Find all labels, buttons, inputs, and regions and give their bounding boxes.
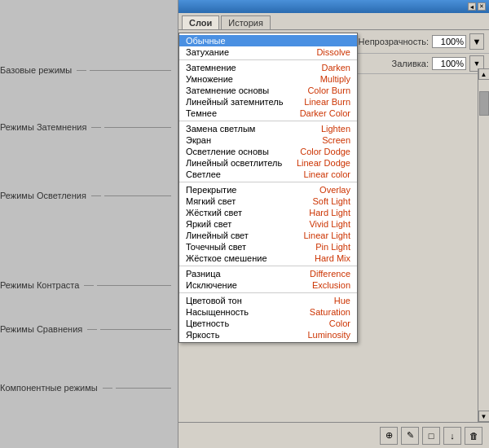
- dropdown-item-3-5[interactable]: Точечный светPin Light: [179, 241, 357, 253]
- dropdown-item-en-3-4: Linear Light: [304, 231, 351, 240]
- dropdown-item-ru-1-0: Затемнение: [186, 63, 236, 72]
- tab-layers[interactable]: Слои: [182, 15, 219, 29]
- dropdown-section-4: РазницаDifferenceИсключениеExclusion: [179, 266, 357, 293]
- category-basic-line: [90, 70, 171, 71]
- dropdown-item-5-1[interactable]: НасыщенностьSaturation: [179, 306, 357, 318]
- scroll-up-btn[interactable]: ▲: [478, 68, 490, 80]
- dropdown-item-en-2-2: Color Dodge: [300, 147, 350, 156]
- dropdown-item-2-4[interactable]: СветлееLinear color: [179, 169, 357, 180]
- tab-history[interactable]: История: [221, 15, 271, 29]
- title-bar: ◄ ✕: [178, 0, 489, 13]
- dropdown-item-ru-5-2: Цветность: [186, 318, 229, 328]
- dropdown-item-en-3-2: Hard Light: [309, 208, 350, 217]
- dropdown-item-ru-1-3: Линейный затемнитель: [186, 97, 283, 107]
- dropdown-item-2-1[interactable]: ЭкранScreen: [179, 134, 357, 146]
- category-component-line: [116, 388, 171, 389]
- category-lighten-dash: [91, 195, 101, 196]
- category-lighten-label: Режимы Осветления: [0, 191, 91, 200]
- dropdown-item-0-0[interactable]: Обычные: [179, 35, 357, 46]
- category-contrast-label: Режимы Контраста: [0, 280, 84, 290]
- dropdown-item-1-2[interactable]: Затемнение основыColor Burn: [179, 85, 357, 96]
- dropdown-item-2-2[interactable]: Осветление основыColor Dodge: [179, 146, 357, 157]
- dropdown-item-en-2-1: Screen: [322, 135, 350, 145]
- dropdown-item-ru-2-4: Светлее: [186, 169, 221, 179]
- dropdown-item-en-1-3: Linear Burn: [304, 97, 350, 107]
- dropdown-section-1: ЗатемнениеDarkenУмножениеMultiplyЗатемне…: [179, 60, 357, 121]
- dropdown-item-1-4[interactable]: ТемнееDarker Color: [179, 108, 357, 119]
- dropdown-item-en-3-5: Pin Light: [315, 242, 350, 252]
- dropdown-item-en-1-4: Darker Color: [300, 108, 350, 118]
- dropdown-item-en-2-3: Linear Dodge: [297, 158, 350, 168]
- dropdown-item-ru-5-0: Цветовой тон: [186, 296, 242, 305]
- title-minimize-btn[interactable]: ◄: [468, 2, 476, 11]
- category-contrast-dash: [84, 285, 94, 286]
- dropdown-item-1-1[interactable]: УмножениеMultiply: [179, 73, 357, 85]
- dropdown-item-ru-1-2: Затемнение основы: [186, 86, 269, 95]
- dropdown-item-3-4[interactable]: Линейный светLinear Light: [179, 230, 357, 241]
- dropdown-item-en-3-6: Hard Mix: [315, 253, 350, 263]
- opacity-arrow[interactable]: ▼: [469, 33, 484, 50]
- category-darken: Режимы Затемнения: [0, 122, 178, 132]
- layers-panel: ◄ ✕ Слои История Обычные ▼ Непрозрачност…: [178, 0, 489, 448]
- category-darken-line: [104, 127, 171, 128]
- category-lighten-line: [104, 195, 171, 196]
- dropdown-item-1-3[interactable]: Линейный затемнительLinear Burn: [179, 96, 357, 108]
- title-close-btn[interactable]: ✕: [478, 2, 486, 11]
- dropdown-item-2-0[interactable]: Замена светлымLighten: [179, 123, 357, 134]
- dropdown-item-en-0-1: Dissolve: [316, 47, 350, 57]
- fill-label: Заливка:: [392, 59, 429, 68]
- dropdown-item-en-1-1: Multiply: [320, 74, 350, 84]
- opacity-row: Непрозрачность: ▼: [359, 33, 484, 50]
- dropdown-section-3: ПерекрытиеOverlayМягкий светSoft LightЖё…: [179, 182, 357, 266]
- dropdown-item-0-1[interactable]: ЗатуханиеDissolve: [179, 46, 357, 58]
- dropdown-section-2: Замена светлымLightenЭкранScreenОсветлен…: [179, 121, 357, 182]
- dropdown-item-4-1[interactable]: ИсключениеExclusion: [179, 279, 357, 291]
- dropdown-item-ru-4-1: Исключение: [186, 280, 237, 290]
- dropdown-item-ru-1-1: Умножение: [186, 74, 233, 84]
- category-basic-label: Базовые режимы: [0, 65, 77, 75]
- dropdown-item-en-3-1: Soft Light: [313, 196, 350, 206]
- scroll-down-btn[interactable]: ▼: [478, 411, 490, 422]
- dropdown-section-5: Цветовой тонHueНасыщенностьSaturationЦве…: [179, 293, 357, 342]
- blend-mode-dropdown: ОбычныеЗатуханиеDissolveЗатемнениеDarken…: [178, 33, 358, 343]
- dropdown-item-en-3-0: Overlay: [319, 185, 350, 195]
- new-layer-btn[interactable]: ↓: [443, 427, 461, 445]
- dropdown-item-3-0[interactable]: ПерекрытиеOverlay: [179, 184, 357, 195]
- dropdown-item-ru-3-2: Жёсткий свет: [186, 208, 242, 217]
- scroll-thumb[interactable]: [479, 91, 489, 116]
- mask-btn[interactable]: □: [422, 427, 440, 445]
- dropdown-item-3-1[interactable]: Мягкий светSoft Light: [179, 195, 357, 207]
- category-component: Компонентные режимы: [0, 383, 178, 393]
- dropdown-item-ru-0-1: Затухание: [186, 47, 229, 57]
- dropdown-item-3-3[interactable]: Яркий светVivid Light: [179, 218, 357, 230]
- dropdown-item-2-3[interactable]: Линейный осветлительLinear Dodge: [179, 157, 357, 169]
- dropdown-item-ru-2-1: Экран: [186, 135, 211, 145]
- dropdown-item-3-6[interactable]: Жёсткое смешениеHard Mix: [179, 253, 357, 264]
- dropdown-item-ru-3-1: Мягкий свет: [186, 196, 236, 206]
- dropdown-item-1-0[interactable]: ЗатемнениеDarken: [179, 62, 357, 73]
- category-basic: Базовые режимы: [0, 65, 178, 75]
- panel-tabs: Слои История: [178, 13, 489, 30]
- opacity-input[interactable]: [432, 35, 466, 48]
- fill-input[interactable]: [432, 57, 466, 70]
- category-component-label: Компонентные режимы: [0, 383, 103, 393]
- dropdown-item-ru-1-4: Темнее: [186, 108, 217, 118]
- adjustment-layer-btn[interactable]: ✎: [401, 427, 419, 445]
- dropdown-item-en-3-3: Vivid Light: [309, 219, 350, 229]
- delete-layer-btn[interactable]: 🗑: [465, 427, 482, 445]
- dropdown-item-en-4-1: Exclusion: [312, 280, 350, 290]
- dropdown-item-5-0[interactable]: Цветовой тонHue: [179, 295, 357, 306]
- category-compare-label: Режимы Сравнения: [0, 324, 87, 334]
- category-compare: Режимы Сравнения: [0, 324, 178, 334]
- bottom-toolbar: ⊕ ✎ □ ↓ 🗑: [178, 422, 489, 448]
- dropdown-item-en-5-3: Luminosity: [307, 330, 350, 340]
- dropdown-item-5-2[interactable]: ЦветностьColor: [179, 318, 357, 329]
- dropdown-item-3-2[interactable]: Жёсткий светHard Light: [179, 207, 357, 218]
- new-group-btn[interactable]: ⊕: [380, 427, 398, 445]
- dropdown-item-5-3[interactable]: ЯркостьLuminosity: [179, 329, 357, 340]
- dropdown-item-ru-3-3: Яркий свет: [186, 219, 231, 229]
- dropdown-item-ru-2-3: Линейный осветлитель: [186, 158, 282, 168]
- dropdown-item-4-0[interactable]: РазницаDifference: [179, 268, 357, 279]
- dropdown-item-en-5-2: Color: [329, 318, 350, 328]
- category-darken-dash: [91, 127, 101, 128]
